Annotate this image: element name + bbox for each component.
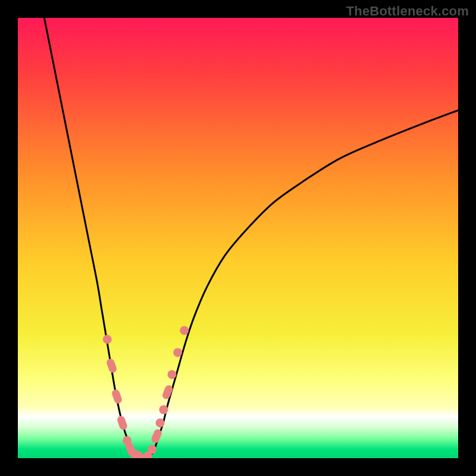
marker-dot	[159, 405, 168, 414]
marker-dot	[148, 445, 156, 454]
marker-dot	[168, 370, 177, 379]
marker-dot	[180, 326, 189, 335]
marker-dot	[156, 418, 165, 427]
marker-dot	[173, 348, 182, 357]
marker-dot	[103, 335, 112, 344]
plot-area	[18, 18, 458, 458]
marker-capsule	[116, 415, 128, 431]
curve-layer	[18, 18, 458, 458]
marker-capsule	[105, 358, 117, 374]
chart-frame: TheBottleneck.com	[0, 0, 476, 476]
marker-capsule	[111, 389, 123, 405]
watermark-text: TheBottleneck.com	[346, 4, 469, 19]
bottleneck-curve	[44, 18, 458, 458]
